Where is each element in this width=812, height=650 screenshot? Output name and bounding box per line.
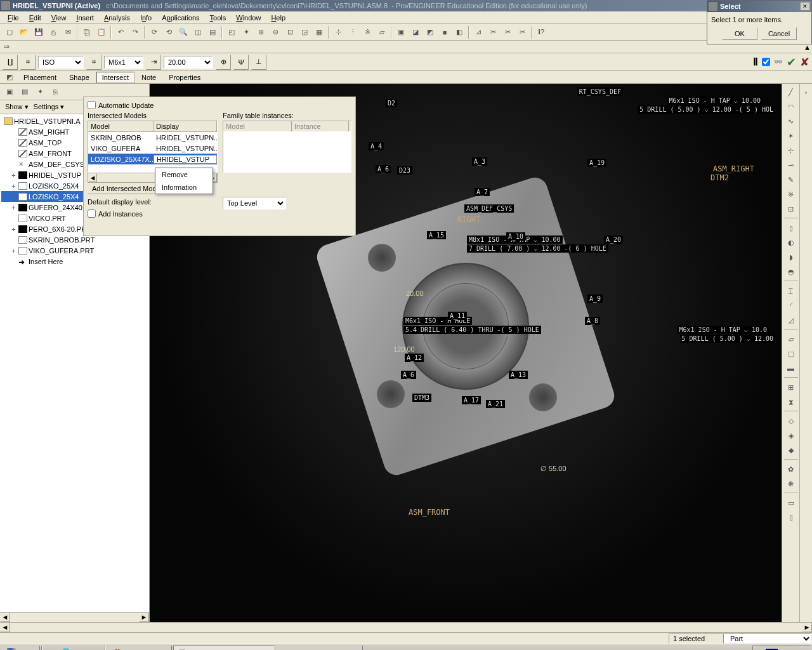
- thread-size-select[interactable]: M6x1: [104, 56, 143, 69]
- annot1-icon[interactable]: ⊿: [471, 25, 485, 39]
- menu-info[interactable]: Info: [135, 13, 157, 23]
- line-icon[interactable]: ╱: [783, 85, 799, 99]
- ok-button[interactable]: ✔: [787, 55, 796, 69]
- point-icon[interactable]: ✶: [783, 129, 799, 143]
- list-row[interactable]: SKRIN_OBROBHRIDEL_VSTUPN...: [88, 132, 217, 143]
- tree-btn2-icon[interactable]: ▤: [18, 85, 32, 99]
- orient-icon[interactable]: ◲: [298, 25, 311, 39]
- style-icon[interactable]: ✿: [783, 462, 799, 476]
- menu-help[interactable]: Help: [266, 13, 291, 23]
- bottom-scrollbar[interactable]: ◄►: [0, 622, 812, 632]
- col-display[interactable]: Display: [154, 121, 217, 131]
- misc1-icon[interactable]: ▭: [783, 496, 799, 510]
- find-icon[interactable]: 🔍: [176, 25, 190, 39]
- restyle-icon[interactable]: ❋: [783, 477, 799, 491]
- thread-std-select[interactable]: ISO: [38, 56, 84, 69]
- disp-csys-icon[interactable]: ※: [360, 25, 374, 39]
- preview-icon[interactable]: 👓: [774, 58, 783, 66]
- select-icon[interactable]: ◫: [191, 25, 205, 39]
- menu-window[interactable]: Window: [231, 13, 266, 23]
- ctx-information[interactable]: Information: [155, 181, 213, 194]
- arc-icon[interactable]: ◠: [783, 100, 799, 114]
- note-icon[interactable]: ⊥: [251, 55, 266, 70]
- print-icon[interactable]: ⎙: [46, 25, 60, 39]
- extrude-icon[interactable]: ▯: [783, 221, 799, 235]
- sweep-icon[interactable]: ◗: [783, 250, 799, 264]
- pattern-icon[interactable]: ⊞: [783, 380, 799, 394]
- depth-input[interactable]: 20.00: [164, 56, 213, 69]
- dlg-ok-button[interactable]: OK: [722, 27, 757, 40]
- draft-icon[interactable]: ▱: [783, 332, 799, 346]
- help-icon[interactable]: ℹ?: [534, 25, 548, 39]
- repaint-icon[interactable]: ◰: [225, 25, 239, 39]
- ql4-icon[interactable]: ◈: [89, 646, 103, 651]
- rib-icon[interactable]: ▬: [783, 361, 799, 375]
- expand-icon[interactable]: +: [10, 247, 17, 255]
- shape-icon[interactable]: Ψ: [233, 55, 249, 70]
- regen2-icon[interactable]: ⟲: [162, 25, 176, 39]
- display-level-select[interactable]: Top Level: [223, 197, 286, 209]
- tree-show-dropdown[interactable]: Show ▾: [5, 103, 29, 111]
- task-hridel[interactable]: ▣HRIDEL_VSTUPNI (Acti...: [173, 646, 275, 651]
- depth-icon[interactable]: ⇥: [146, 55, 161, 70]
- surf2-icon[interactable]: ◈: [783, 428, 799, 442]
- expand-icon[interactable]: +: [10, 193, 17, 201]
- tab-note[interactable]: Note: [136, 72, 162, 83]
- start-button[interactable]: Start: [1, 646, 40, 651]
- menu-insert[interactable]: Insert: [71, 13, 99, 23]
- annot2-icon[interactable]: ✂: [486, 25, 500, 39]
- menu-applications[interactable]: Applications: [157, 13, 204, 23]
- refit-icon[interactable]: ⊡: [283, 25, 297, 39]
- surf1-icon[interactable]: ◇: [783, 414, 799, 428]
- round-icon[interactable]: ◜: [783, 298, 799, 312]
- list-row[interactable]: VIKO_GUFERAHRIDEL_VSTUPN...: [88, 143, 217, 154]
- chamfer-icon[interactable]: ◿: [783, 313, 799, 327]
- mirror-icon[interactable]: ⧗: [783, 395, 799, 409]
- open-icon[interactable]: 📂: [17, 25, 31, 39]
- ref-icon[interactable]: ※: [783, 187, 799, 201]
- preview-checkbox[interactable]: [762, 58, 770, 66]
- tree-btn1-icon[interactable]: ▣: [3, 85, 16, 99]
- sketch-icon[interactable]: ✎: [783, 173, 799, 187]
- menu-view[interactable]: View: [46, 13, 72, 23]
- misc2-icon[interactable]: ▯: [783, 510, 799, 524]
- undo-icon[interactable]: ↶: [114, 25, 128, 39]
- expand-right-icon[interactable]: ›: [801, 85, 811, 99]
- tree-item[interactable]: +VIKO_GUFERA.PRT: [1, 245, 148, 256]
- enhance-icon[interactable]: ◧: [452, 25, 466, 39]
- annot4-icon[interactable]: ✂: [515, 25, 529, 39]
- zoomout-icon[interactable]: ⊖: [268, 25, 282, 39]
- axis-icon[interactable]: ⊸: [783, 158, 799, 172]
- layers-icon[interactable]: ▤: [206, 25, 219, 39]
- list-row-selected[interactable]: LOZISKO_25X47X...HRIDEL_VSTUP: [88, 154, 217, 164]
- tree-btn3-icon[interactable]: ✦: [33, 85, 47, 99]
- new-icon[interactable]: ▢: [3, 25, 16, 39]
- csys-icon[interactable]: ⊹: [783, 143, 799, 157]
- menu-file[interactable]: File: [3, 13, 24, 23]
- hole-simple-icon[interactable]: ∐: [3, 55, 18, 70]
- tree-settings-dropdown[interactable]: Settings ▾: [34, 103, 65, 111]
- ql2-icon[interactable]: 🌐: [59, 646, 73, 651]
- expand-icon[interactable]: +: [10, 225, 17, 233]
- task-pegasus[interactable]: 🐴Pegasus Mail: [107, 646, 172, 651]
- filter-select[interactable]: Part: [723, 633, 812, 644]
- expand-icon[interactable]: +: [10, 182, 17, 190]
- tab-shape[interactable]: Shape: [63, 72, 95, 83]
- auto-update-checkbox[interactable]: Automatic Update: [88, 101, 351, 109]
- expand-icon[interactable]: +: [10, 204, 17, 211]
- placement-icon[interactable]: ⊕: [216, 55, 231, 70]
- intersected-models-list[interactable]: Model Display SKRIN_OBROBHRIDEL_VSTUPN..…: [88, 121, 218, 173]
- ql1-icon[interactable]: ◳: [44, 646, 58, 651]
- shell-icon[interactable]: ▢: [783, 347, 799, 361]
- pause-icon[interactable]: Ⅱ: [753, 56, 758, 68]
- tab-toggle-icon[interactable]: ◩: [3, 70, 16, 84]
- spin-icon[interactable]: ✦: [239, 25, 253, 39]
- add-instances-checkbox[interactable]: Add Instances: [88, 209, 218, 218]
- tree-hscroll[interactable]: ◄ ►: [0, 612, 149, 622]
- dlg-close-button[interactable]: ✕: [800, 2, 810, 11]
- surf3-icon[interactable]: ◆: [783, 443, 799, 457]
- nohidden-icon[interactable]: ◩: [423, 25, 437, 39]
- menu-tools[interactable]: Tools: [205, 13, 232, 23]
- mail-icon[interactable]: ✉: [61, 25, 75, 39]
- tab-placement[interactable]: Placement: [18, 72, 62, 83]
